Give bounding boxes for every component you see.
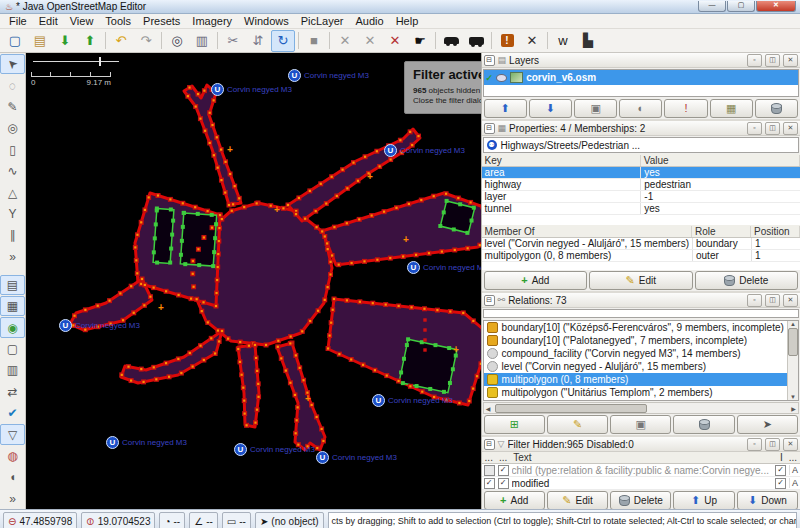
close-panel-button[interactable]: ✕ [783, 438, 798, 451]
text-column-header[interactable]: Text [513, 452, 774, 463]
update-data-button[interactable]: ↻ [271, 30, 295, 52]
menu-windows[interactable]: Windows [238, 14, 295, 28]
building-tool-button[interactable]: ▙ [576, 30, 600, 52]
close-panel-button[interactable]: ✕ [783, 122, 798, 135]
enabled-column-header[interactable]: ... [485, 452, 493, 463]
filter-inverted-checkbox[interactable]: ✓ [775, 465, 786, 476]
zoom-slider[interactable] [33, 61, 119, 62]
delete-button[interactable]: Delete [695, 271, 798, 290]
detach-button[interactable]: ◫ [765, 438, 780, 451]
download-data-button[interactable]: ⬇ [53, 30, 77, 52]
metro-station-marker[interactable]: UCorvin negyed M3 [211, 83, 292, 96]
properties-panel-header[interactable]: ⊟ ▦ Properties: 4 / Memberships: 2 ▫◫✕ [482, 121, 800, 136]
bus-preset-button[interactable] [464, 30, 488, 52]
close-tool-button[interactable]: ✕ [520, 30, 544, 52]
undo-button[interactable]: ↶ [109, 30, 133, 52]
filter-panel-header[interactable]: ⊟ ▽ Filter Hidden:965 Disabled:0 ▫◫✕ [482, 437, 800, 452]
tag-row[interactable]: areayes [482, 167, 800, 179]
metro-station-marker[interactable]: UCorvin negyed M3 [407, 261, 481, 274]
layer-active-check-icon[interactable]: ✓ [486, 73, 494, 83]
metro-station-marker[interactable]: UCorvin negyed M3 [288, 69, 369, 82]
inverted-column-header[interactable]: I [780, 452, 783, 463]
delete-tool-button[interactable]: ▯ [0, 140, 25, 160]
metro-station-marker[interactable]: UCorvin negyed M3 [106, 436, 187, 449]
angle-tool-button[interactable]: △ [0, 182, 25, 202]
split-tool-button[interactable]: Y [0, 204, 25, 224]
down-button[interactable]: ⬇Down [737, 491, 798, 509]
menu-help[interactable]: Help [390, 14, 425, 28]
collapse-icon[interactable]: ⊟ [484, 439, 495, 450]
merge-ways-button[interactable]: ⇵ [246, 30, 270, 52]
audio-toggle-button[interactable]: ◖ [0, 467, 25, 487]
metro-station-marker[interactable]: UCorvin negyed M3 [59, 319, 140, 332]
relation-row[interactable]: boundary[10] ("Középső-Ferencváros", 9 m… [484, 321, 787, 334]
maximize-button[interactable]: ▢ [727, 1, 755, 12]
sticky-button[interactable]: ▫ [747, 294, 762, 307]
preferences-button[interactable]: ▥ [190, 30, 214, 52]
relations-panel-header[interactable]: ⊟ ⚯ Relations: 73 ▫◫✕ [482, 293, 800, 308]
membership-row[interactable]: level ("Corvin negyed - Aluljáró", 15 me… [482, 238, 800, 250]
memberof-column-header[interactable]: Member Of [482, 226, 692, 237]
relation-row[interactable]: compound_facility ("Corvin negyed M3", 1… [484, 347, 787, 360]
duplicate-relation-button[interactable]: ▣ [610, 415, 671, 434]
draw-node-tool-button[interactable]: ✎ [0, 97, 25, 117]
delete-relation-button[interactable] [673, 415, 734, 434]
layers-panel-header[interactable]: ⊟ ▤ Layers ▫◫✕ [482, 53, 800, 68]
menu-piclayer[interactable]: PicLayer [295, 14, 350, 28]
menu-imagery[interactable]: Imagery [186, 14, 238, 28]
add-button[interactable]: +Add [484, 491, 545, 509]
layer-up-button[interactable]: ⬆ [484, 99, 527, 118]
properties-toggle-button[interactable]: ▦ [0, 296, 25, 316]
filter-row[interactable]: ✓child (type:relation & facility:public … [482, 464, 800, 477]
relation-row[interactable]: level ("Corvin negyed - Aluljáró", 15 me… [484, 360, 787, 373]
relation-row[interactable]: multipolygon ("Unitárius Templom", 2 mem… [484, 386, 787, 399]
layer-duplicate-button[interactable]: ▦ [710, 99, 753, 118]
unglue-tool-button[interactable]: ∿ [0, 161, 25, 181]
select-tool-button[interactable]: ➤ [0, 54, 25, 74]
walk-preset-2-button[interactable]: ✕ [358, 30, 382, 52]
minimize-button[interactable]: — [698, 1, 726, 12]
collapse-icon[interactable]: ⊟ [484, 123, 495, 134]
edit-relation-button[interactable]: ✎ [547, 415, 608, 434]
close-panel-button[interactable]: ✕ [783, 54, 798, 67]
filter-enabled-checkbox[interactable] [484, 465, 495, 476]
imagery-offset-button[interactable]: ! [495, 30, 519, 52]
redo-button[interactable]: ↷ [134, 30, 158, 52]
filter-inverted-checkbox[interactable]: ✓ [775, 478, 786, 489]
sticky-button[interactable]: ▫ [747, 122, 762, 135]
layer-down-button[interactable]: ⬇ [529, 99, 572, 118]
filter-enabled-checkbox[interactable]: ✓ [484, 478, 495, 489]
edit-button[interactable]: ✎Edit [589, 271, 692, 290]
delete-button[interactable]: Delete [610, 491, 671, 509]
metro-station-marker[interactable]: UCorvin negyed M3 [372, 394, 453, 407]
relation-row[interactable]: multipolygon (0, 8 members) [484, 373, 787, 386]
layer-row[interactable]: ✓corvin_v6.osm [484, 70, 798, 85]
detach-button[interactable]: ◫ [765, 294, 780, 307]
wms-tool-button[interactable]: w [551, 30, 575, 52]
layer-visibility-button[interactable]: ! [664, 99, 707, 118]
unglue-ways-button[interactable]: ✂ [221, 30, 245, 52]
more-toggles-button[interactable]: » [0, 489, 25, 509]
validator-toggle-button[interactable]: ✔ [0, 403, 25, 423]
upload-data-button[interactable]: ⬆ [78, 30, 102, 52]
more-tools-button[interactable]: » [0, 247, 25, 267]
vertical-scrollbar[interactable]: ▲▼ [787, 321, 798, 400]
value-column-header[interactable]: Value [641, 155, 800, 166]
detach-button[interactable]: ◫ [765, 122, 780, 135]
layers-toggle-button[interactable]: ▤ [0, 275, 25, 295]
close-panel-button[interactable]: ✕ [783, 294, 798, 307]
sticky-button[interactable]: ▫ [747, 438, 762, 451]
changeset-toggle-button[interactable]: ◍ [0, 446, 25, 466]
hiding-column-header[interactable]: ... [499, 452, 507, 463]
horizontal-scrollbar[interactable]: ◀▶ [483, 402, 799, 414]
layer-opacity-button[interactable]: ◐ [619, 99, 662, 118]
layer-delete-button[interactable] [755, 99, 798, 118]
tag-row[interactable]: tunnelyes [482, 203, 800, 215]
filter-hiding-checkbox[interactable]: ✓ [498, 478, 509, 489]
collapse-icon[interactable]: ⊟ [484, 295, 495, 306]
metro-station-marker[interactable]: UCorvin negyed M3 [316, 451, 397, 464]
lasso-tool-button[interactable]: ◌ [0, 75, 25, 95]
menu-file[interactable]: File [3, 14, 33, 28]
relation-row[interactable]: multipolygon ("building", 2 members) [484, 399, 787, 400]
hand-tool-button[interactable]: ☛ [408, 30, 432, 52]
